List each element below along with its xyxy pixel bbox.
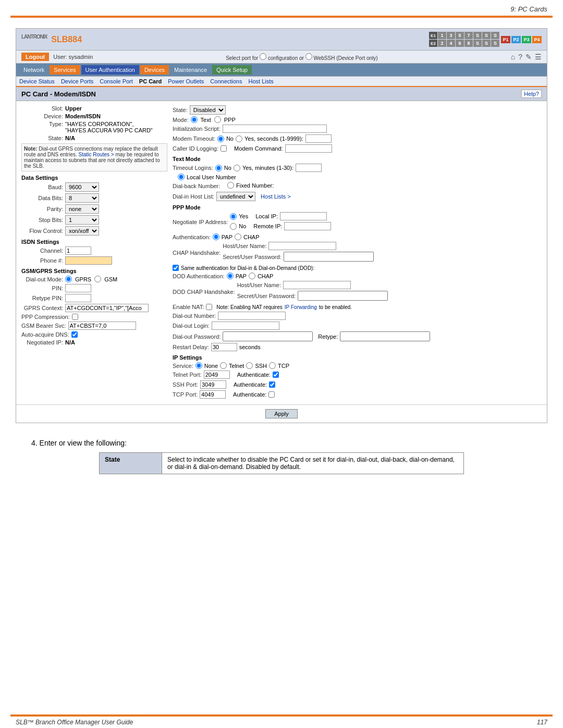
modem-command-input[interactable] [285,144,332,153]
p-ports: P1 P2 P3 P4 [501,36,542,43]
text-mode-radio[interactable] [191,116,198,123]
init-script-input[interactable] [223,125,327,133]
negotiate-yes-radio[interactable] [230,213,237,220]
secret-input[interactable] [284,252,374,262]
flow-control-select[interactable]: xon/xoff [65,226,99,236]
port-s1: S [473,32,482,39]
timeout-logins-no-radio[interactable] [215,165,222,171]
retype-password-input[interactable] [340,331,430,341]
same-auth-checkbox[interactable] [173,265,179,271]
fixed-number-radio[interactable] [227,182,234,189]
nav-user-auth[interactable]: User Authentication [81,65,139,75]
service-none-radio[interactable] [195,362,202,369]
auto-acquire-checkbox[interactable] [71,331,78,338]
negotiate-no-radio[interactable] [230,223,237,230]
state-select[interactable]: Disabled [190,105,226,115]
service-telnet-radio[interactable] [220,362,227,369]
dialin-host-select[interactable]: undefined [216,192,255,201]
caller-id-checkbox[interactable] [221,145,227,152]
gsm-bearer-input[interactable] [68,322,136,330]
ssh-auth-checkbox[interactable] [269,381,275,388]
nav-devices[interactable]: Devices [140,65,169,75]
help-icon[interactable]: ? [518,53,522,61]
home-icon[interactable]: ⌂ [511,53,515,61]
retype-pin-input[interactable] [65,294,91,302]
logout-button[interactable]: Logout [21,53,49,61]
phone-input[interactable] [65,256,112,265]
baud-select[interactable]: 9600 [65,182,99,192]
telnet-port-input[interactable] [204,371,230,379]
gsm-radio[interactable] [94,276,101,282]
port-p1[interactable]: P1 [501,36,510,43]
gprs-radio[interactable] [65,276,72,282]
dod-host-input[interactable] [283,281,351,289]
timeout-minutes-input[interactable] [296,164,322,172]
port-p2[interactable]: P2 [511,36,521,43]
caller-id-row: Caller ID Logging: Modem Command: [173,144,542,153]
remote-ip-input[interactable] [284,222,331,230]
host-user-input[interactable] [268,242,336,250]
apply-button[interactable]: Apply [265,409,298,418]
type-value1: "HAYES CORPORATION", [65,121,153,127]
footer-title: SLB™ Branch Office Manager User Guide [16,719,133,726]
local-ip-input[interactable] [280,212,327,220]
dialout-password-input[interactable] [223,331,313,341]
port-p4[interactable]: P4 [532,36,542,43]
webssh-radio[interactable] [305,53,312,60]
port-label-e2: E2 [429,40,437,47]
timeout-logins-yes-radio[interactable] [234,165,240,171]
host-lists-link[interactable]: Host Lists > [261,193,291,200]
dialout-login-input[interactable] [212,322,279,330]
ip-forwarding-link[interactable]: IP Forwarding [285,304,317,310]
channel-label: Channel: [21,248,63,254]
telnet-auth-checkbox[interactable] [273,372,279,378]
nav-maintenance[interactable]: Maintenance [170,65,211,75]
stop-bits-select[interactable]: 1 [65,215,99,225]
timeout-seconds-input[interactable] [305,134,332,143]
subnav-device-status[interactable]: Device Status [19,78,55,84]
dod-chap-radio[interactable] [249,273,255,279]
nat-checkbox[interactable] [206,304,212,310]
chap-radio[interactable] [235,233,241,240]
channel-input[interactable] [65,246,91,255]
dialout-number-row: Dial-out Number: [173,312,542,320]
data-bits-select[interactable]: 8 [65,193,99,203]
nav-quick-setup[interactable]: Quick Setup [212,65,252,75]
dialout-mode-label: Dial-out Mode: [21,276,63,282]
ssh-port-label: SSH Port: [173,381,198,388]
timeout-yes-radio[interactable] [236,135,242,142]
nav-services[interactable]: Services [50,65,80,75]
device-row: Device: Modem/ISDN [21,113,167,119]
subnav-pc-card[interactable]: PC Card [139,78,162,84]
dialout-number-input[interactable] [218,312,286,320]
timeout-no-radio[interactable] [217,135,224,142]
local-user-radio[interactable] [178,174,185,180]
pin-input[interactable] [65,284,91,292]
config-radio[interactable] [260,53,266,60]
service-tcp-radio[interactable] [269,362,276,369]
port-p3[interactable]: P3 [522,36,531,43]
pap-radio[interactable] [213,233,219,240]
restart-delay-input[interactable] [211,343,237,351]
tcp-auth-checkbox[interactable] [268,391,275,398]
settings-icon[interactable]: ✎ [525,53,532,61]
dod-pap-radio[interactable] [227,273,234,279]
list-icon[interactable]: ☰ [535,53,542,61]
parity-select[interactable]: none [65,204,99,214]
dod-secret-input[interactable] [298,291,388,301]
ppp-mode-radio[interactable] [214,116,221,123]
tcp-port-input[interactable] [200,390,226,399]
nav-network[interactable]: Network [19,65,48,75]
ppp-compression-checkbox[interactable] [72,314,78,320]
help-button[interactable]: Help? [521,90,542,98]
service-ssh-radio[interactable] [246,362,253,369]
subnav-power-outlets[interactable]: Power Outlets [168,78,204,84]
subnav-connections[interactable]: Connections [210,78,242,84]
static-routes-link[interactable]: Static Routes > [79,152,114,157]
pap-label: PAP [222,234,232,240]
subnav-device-ports[interactable]: Device Ports [61,78,93,84]
subnav-console-port[interactable]: Console Port [100,78,133,84]
ssh-port-input[interactable] [200,380,226,389]
subnav-host-lists[interactable]: Host Lists [248,78,273,84]
gprs-context-input[interactable] [65,304,149,312]
